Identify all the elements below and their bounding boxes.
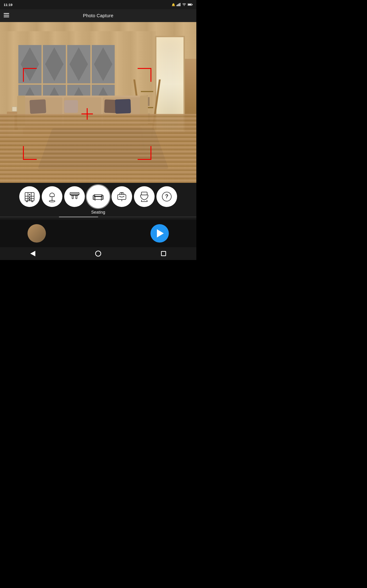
room-scene xyxy=(0,22,196,183)
category-scroll-thumb xyxy=(59,216,98,217)
svg-rect-0 xyxy=(177,5,177,6)
recent-button[interactable] xyxy=(158,250,169,257)
wall-tile xyxy=(43,45,66,83)
sofa-icon xyxy=(92,190,104,203)
svg-rect-20 xyxy=(32,201,33,202)
menu-icon[interactable] xyxy=(4,13,9,19)
thumbnail-image xyxy=(27,224,46,242)
floor xyxy=(0,114,196,183)
svg-point-22 xyxy=(49,200,55,202)
category-item-table[interactable] xyxy=(64,186,85,207)
svg-rect-19 xyxy=(26,201,27,202)
pillow-right-dark xyxy=(115,99,131,114)
back-icon xyxy=(30,251,35,256)
svg-rect-3 xyxy=(180,3,181,6)
category-item-other[interactable]: ? xyxy=(156,186,177,207)
signal-icon xyxy=(177,3,181,6)
status-time: 11:19 xyxy=(4,3,12,7)
wall-tile xyxy=(18,45,42,83)
pillow-left xyxy=(29,99,46,114)
svg-rect-38 xyxy=(141,192,147,195)
category-icons-row: ? xyxy=(0,185,196,208)
notification-icon: 🔔 xyxy=(172,3,175,6)
send-arrow-icon xyxy=(157,229,164,237)
status-bar: 11:19 🔔 xyxy=(0,0,196,9)
bottom-bar xyxy=(0,220,196,247)
svg-text:?: ? xyxy=(165,193,168,199)
status-icons: 🔔 xyxy=(172,3,193,6)
svg-rect-26 xyxy=(76,195,77,199)
cup xyxy=(12,107,17,112)
app-title: Photo Capture xyxy=(83,13,114,18)
svg-point-16 xyxy=(29,194,30,195)
svg-point-18 xyxy=(29,199,30,200)
send-button[interactable] xyxy=(150,224,169,242)
back-button[interactable] xyxy=(27,250,39,257)
svg-point-37 xyxy=(121,193,122,194)
category-item-storage[interactable] xyxy=(19,186,40,207)
category-item-seating[interactable] xyxy=(87,185,110,208)
nav-bar xyxy=(0,247,196,260)
svg-point-17 xyxy=(29,197,30,198)
category-label: Seating xyxy=(91,210,105,215)
svg-point-4 xyxy=(184,6,184,6)
svg-rect-2 xyxy=(179,3,179,6)
category-scroll-bar xyxy=(0,216,196,217)
category-item-toilet[interactable] xyxy=(134,186,155,207)
sink-icon xyxy=(116,190,128,203)
battery-icon xyxy=(188,3,193,6)
lamp-icon xyxy=(46,190,58,203)
table-icon xyxy=(68,190,81,203)
category-item-sink[interactable] xyxy=(111,186,132,207)
svg-rect-9 xyxy=(4,15,9,16)
pillow-center xyxy=(64,100,78,113)
wall-tile xyxy=(92,45,115,83)
category-bar: ? Seating xyxy=(0,183,196,220)
wall-tile xyxy=(67,45,90,83)
dresser-icon xyxy=(23,190,36,203)
svg-rect-7 xyxy=(192,4,193,5)
svg-rect-1 xyxy=(178,4,178,6)
svg-rect-6 xyxy=(188,4,191,5)
last-photo-thumbnail[interactable] xyxy=(27,224,46,242)
svg-rect-8 xyxy=(4,13,9,14)
home-icon xyxy=(95,251,101,257)
question-icon: ? xyxy=(161,190,173,203)
category-item-lighting[interactable] xyxy=(42,186,62,207)
svg-rect-25 xyxy=(72,195,73,199)
svg-rect-10 xyxy=(4,17,9,17)
toilet-icon xyxy=(138,190,150,203)
recent-icon xyxy=(161,251,166,256)
camera-view[interactable] xyxy=(0,22,196,183)
wifi-icon xyxy=(182,3,186,6)
home-button[interactable] xyxy=(92,250,104,257)
app-bar: Photo Capture xyxy=(0,9,196,22)
